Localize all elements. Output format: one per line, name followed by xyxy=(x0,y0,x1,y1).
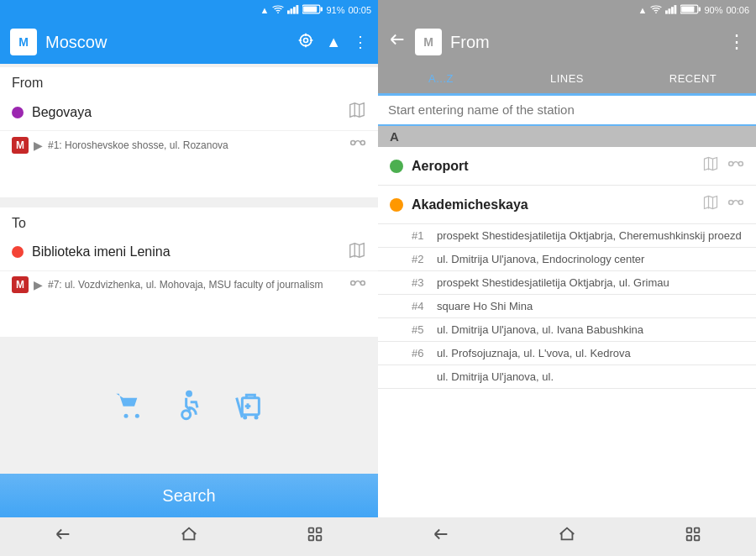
svg-rect-1 xyxy=(287,10,290,13)
svg-rect-41 xyxy=(682,6,695,12)
to-route-icon[interactable] xyxy=(349,275,366,296)
exit-row-6: #6 ul. Profsojuznaja, ul. L'vova, ul. Ke… xyxy=(378,342,756,365)
exit-row-5: #5 ul. Dmitrija Ul'janova, ul. Ivana Bab… xyxy=(378,318,756,342)
left-panel: ▲ 91% 00:05 M Moscow ▲ ⋮ From Begovaya xyxy=(0,0,378,556)
city-title: Moscow xyxy=(45,33,289,52)
akademicheskaya-map-icon[interactable] xyxy=(702,194,719,215)
right-app-logo: M xyxy=(415,29,442,55)
exit-text-2: ul. Dmitrija Ul'janova, Endocrinology ce… xyxy=(437,253,744,265)
from-station-row[interactable]: Begovaya xyxy=(0,94,378,131)
right-header: M From ⋮ xyxy=(378,20,756,64)
svg-point-21 xyxy=(360,281,365,285)
tab-lines[interactable]: LINES xyxy=(504,64,630,93)
station-search-input[interactable] xyxy=(388,102,746,117)
to-metro-row: M ▶ #7: ul. Vozdvizhenka, ul. Mohovaja, … xyxy=(0,271,378,302)
svg-rect-7 xyxy=(321,8,323,12)
svg-rect-2 xyxy=(291,8,293,13)
to-section: To Biblioteka imeni Lenina M ▶ #7: ul. V… xyxy=(0,207,378,338)
wheelchair-icon[interactable] xyxy=(172,388,206,429)
locate-icon[interactable] xyxy=(297,32,314,53)
svg-point-49 xyxy=(729,201,733,205)
to-station-row[interactable]: Biblioteka imeni Lenina xyxy=(0,234,378,271)
aeroport-route-icon[interactable] xyxy=(727,155,744,176)
time-display: 00:05 xyxy=(348,5,371,15)
akademicheskaya-dot xyxy=(390,198,403,212)
to-label: To xyxy=(0,207,378,234)
aeroport-map-icon[interactable] xyxy=(702,155,719,176)
search-button[interactable]: Search xyxy=(0,474,378,517)
exit-num-6: #6 xyxy=(412,347,428,359)
section-divider-1 xyxy=(0,197,378,204)
exit-row-2: #2 ul. Dmitrija Ul'janova, Endocrinology… xyxy=(378,248,756,271)
signal-bars-icon xyxy=(287,4,299,16)
left-nav-bar xyxy=(0,517,378,556)
right-panel: ▲ 90% 00:06 M From ⋮ A...Z LINES RECENT … xyxy=(378,0,756,556)
right-battery-icon xyxy=(680,4,701,16)
svg-point-24 xyxy=(187,391,192,396)
svg-rect-42 xyxy=(699,8,701,12)
station-akademicheskaya-row[interactable]: Akademicheskaya xyxy=(378,186,756,224)
from-metro-row: M ▶ #1: Horoshevskoe shosse, ul. Rozanov… xyxy=(0,131,378,162)
right-recent-nav-icon[interactable] xyxy=(684,525,702,548)
station-aeroport-row[interactable]: Aeroport xyxy=(378,147,756,186)
from-route-icon[interactable] xyxy=(349,134,366,155)
home-nav-icon[interactable] xyxy=(180,525,198,548)
svg-rect-37 xyxy=(669,8,671,13)
to-map-icon[interactable] xyxy=(348,241,366,264)
exit-num-2: #2 xyxy=(412,253,428,265)
svg-point-23 xyxy=(135,414,139,418)
svg-rect-51 xyxy=(687,528,692,533)
right-more-icon[interactable]: ⋮ xyxy=(727,31,746,53)
luggage-icon[interactable] xyxy=(231,388,265,429)
exit-text-5: ul. Dmitrija Ul'janova, ul. Ivana Babush… xyxy=(437,323,744,336)
exit-text-1: prospekt Shestidesjatiletija Oktjabrja, … xyxy=(437,229,744,242)
svg-point-20 xyxy=(351,281,355,285)
stroller-icon[interactable] xyxy=(113,388,147,429)
back-button[interactable] xyxy=(388,30,407,54)
right-back-nav-icon[interactable] xyxy=(432,525,450,548)
svg-point-22 xyxy=(124,414,129,418)
arrow-right-to: ▶ xyxy=(34,278,43,291)
back-nav-icon[interactable] xyxy=(54,525,72,548)
svg-rect-31 xyxy=(309,528,314,533)
right-home-nav-icon[interactable] xyxy=(558,525,576,548)
svg-rect-6 xyxy=(304,6,318,12)
exit-row-1: #1 prospekt Shestidesjatiletija Oktjabrj… xyxy=(378,224,756,248)
to-station-dot xyxy=(12,246,24,258)
svg-point-9 xyxy=(301,34,312,45)
exit-num-4: #4 xyxy=(412,300,428,312)
app-logo: M xyxy=(10,29,37,55)
search-input-area xyxy=(378,96,756,126)
right-status-bar: ▲ 90% 00:06 xyxy=(378,0,756,20)
svg-point-27 xyxy=(255,416,259,420)
signal-icon: ▲ xyxy=(260,5,270,15)
arrow-right-from: ▶ xyxy=(34,139,43,152)
akademicheskaya-route-icon[interactable] xyxy=(727,194,744,215)
header-actions: ▲ ⋮ xyxy=(297,32,368,53)
right-battery-percent: 90% xyxy=(704,5,722,15)
exit-row-7: ul. Dmitrija Ul'janova, ul. xyxy=(378,365,756,389)
svg-point-0 xyxy=(278,12,280,13)
more-icon[interactable]: ⋮ xyxy=(353,33,368,51)
svg-rect-28 xyxy=(242,398,259,415)
search-button-area: Search xyxy=(0,474,378,517)
svg-rect-34 xyxy=(317,536,322,541)
wifi-icon xyxy=(272,4,284,16)
recent-nav-icon[interactable] xyxy=(306,525,324,548)
exit-text-6: ul. Profsojuznaja, ul. L'vova, ul. Kedro… xyxy=(437,347,744,359)
tab-az[interactable]: A...Z xyxy=(378,64,504,96)
section-divider-2 xyxy=(0,337,378,344)
exit-num-5: #5 xyxy=(412,323,428,336)
svg-point-26 xyxy=(243,416,247,420)
svg-rect-53 xyxy=(687,536,692,541)
from-section: From Begovaya M ▶ #1: Horoshevskoe shoss… xyxy=(0,67,378,197)
right-signal-icon: ▲ xyxy=(638,5,648,15)
exit-row-3: #3 prospekt Shestidesjatiletija Oktjabrj… xyxy=(378,271,756,295)
to-station-name: Biblioteka imeni Lenina xyxy=(32,244,341,260)
left-status-bar: ▲ 91% 00:05 xyxy=(0,0,378,20)
tab-recent[interactable]: RECENT xyxy=(630,64,756,93)
right-signal-bars xyxy=(665,4,677,16)
svg-rect-54 xyxy=(695,536,700,541)
svg-point-8 xyxy=(304,38,308,42)
from-map-icon[interactable] xyxy=(348,101,366,123)
